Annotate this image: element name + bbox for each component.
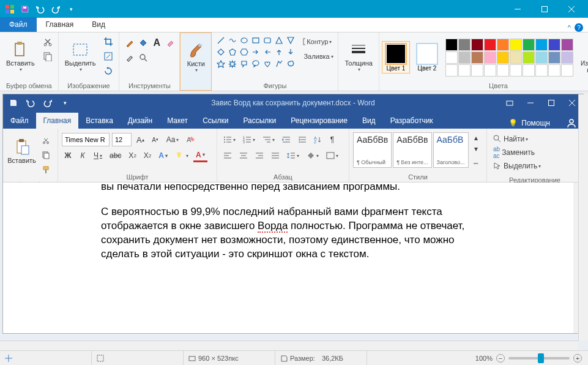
word-tab-refs[interactable]: Ссылки xyxy=(195,113,236,129)
color-swatch[interactable] xyxy=(561,51,573,64)
zoom-thumb[interactable] xyxy=(538,353,544,363)
thickness-button[interactable]: Толщина ▾ xyxy=(341,34,376,79)
rotate-icon[interactable] xyxy=(102,64,115,78)
color-swatch[interactable] xyxy=(497,39,509,51)
word-tab-file[interactable]: Файл xyxy=(3,113,36,129)
shrink-font-icon[interactable]: A▾ xyxy=(149,133,162,146)
subscript-button[interactable]: X2 xyxy=(126,149,138,162)
select-button[interactable]: Выделить ▾ xyxy=(61,34,100,79)
color-swatch[interactable] xyxy=(458,64,471,77)
underline-button[interactable]: Ч▾ xyxy=(91,149,105,162)
align-right-icon[interactable] xyxy=(253,149,266,162)
word-tab-review[interactable]: Рецензирование xyxy=(283,113,355,129)
tab-view[interactable]: Вид xyxy=(83,17,114,32)
line-spacing-icon[interactable]: ▾ xyxy=(285,149,302,162)
color-swatch[interactable] xyxy=(548,39,560,51)
tell-me-icon[interactable]: 💡 xyxy=(508,119,518,127)
word-format-painter-icon[interactable] xyxy=(39,163,53,176)
multilevel-icon[interactable]: ▾ xyxy=(260,133,277,146)
replace-button[interactable]: abacЗаменить xyxy=(491,146,546,159)
shape-fill-button[interactable]: Заливка▾ xyxy=(300,50,334,63)
text-effects-icon[interactable]: A▾ xyxy=(156,149,170,162)
styles-more-icon[interactable]: ⎯ xyxy=(470,154,482,165)
color-swatch[interactable] xyxy=(510,39,522,51)
font-size-select[interactable] xyxy=(112,133,132,146)
grow-font-icon[interactable]: A▴ xyxy=(134,133,147,146)
color-swatch[interactable] xyxy=(561,39,573,51)
color-swatch[interactable] xyxy=(535,64,548,77)
help-icon[interactable]: ? xyxy=(575,23,583,32)
word-minimize-icon[interactable] xyxy=(523,99,538,107)
word-tab-home[interactable]: Главная xyxy=(36,113,79,129)
change-case-icon[interactable]: Aa▾ xyxy=(164,133,182,146)
word-ribbon-options-icon[interactable] xyxy=(502,99,517,107)
close-button[interactable] xyxy=(558,0,585,18)
word-copy-icon[interactable] xyxy=(39,148,53,162)
color-swatch[interactable] xyxy=(445,64,458,77)
font-color-icon[interactable]: A▾ xyxy=(193,149,207,162)
resize-icon[interactable] xyxy=(102,50,115,63)
cut-icon[interactable] xyxy=(41,35,54,48)
tab-home[interactable]: Главная xyxy=(37,17,83,32)
color-swatch[interactable] xyxy=(523,64,535,77)
sort-icon[interactable]: AZ xyxy=(311,133,324,146)
styles-down-icon[interactable]: ▾ xyxy=(470,143,482,154)
account-icon[interactable] xyxy=(566,118,577,129)
color-swatch[interactable] xyxy=(497,64,509,77)
maximize-button[interactable] xyxy=(531,0,558,18)
color-swatch[interactable] xyxy=(471,51,483,64)
shape-outline-button[interactable]: Контур▾ xyxy=(300,35,334,48)
word-maximize-icon[interactable] xyxy=(544,99,559,107)
zoom-out-button[interactable]: − xyxy=(496,354,505,363)
paint-vscrollbar[interactable] xyxy=(578,94,588,341)
color-swatch[interactable] xyxy=(471,64,483,77)
canvas-content[interactable]: ▾ Завис Ворд как сохранить документ.docx… xyxy=(3,94,583,333)
show-marks-icon[interactable]: ¶ xyxy=(326,133,338,146)
clear-format-icon[interactable]: A xyxy=(184,133,198,146)
crop-icon[interactable] xyxy=(102,35,115,48)
word-close-icon[interactable] xyxy=(565,99,579,107)
bullets-icon[interactable]: ▾ xyxy=(221,133,238,146)
word-document-area[interactable]: вы печатали непосредственно перед зависа… xyxy=(3,182,583,333)
paste-button[interactable]: Вставить ▾ xyxy=(2,34,39,79)
color-swatch[interactable] xyxy=(523,39,535,51)
word-tab-insert[interactable]: Вставка xyxy=(78,113,121,129)
zoom-slider[interactable] xyxy=(508,357,570,359)
redo-icon[interactable] xyxy=(49,2,62,16)
zoom-in-button[interactable]: + xyxy=(573,354,582,363)
color-swatch[interactable] xyxy=(523,51,535,64)
save-icon[interactable] xyxy=(18,2,32,16)
style-heading1[interactable]: АаБбВ Заголово... xyxy=(433,132,469,168)
color1-button[interactable]: Цвет 1 xyxy=(382,41,410,73)
strike-button[interactable]: abc xyxy=(107,149,124,162)
edit-colors-button[interactable]: Изменение цветов xyxy=(578,35,588,80)
style-nospacing[interactable]: АаБбВв ¶ Без инте... xyxy=(393,132,431,168)
undo-icon[interactable] xyxy=(34,2,47,16)
qat-dropdown-icon[interactable]: ▾ xyxy=(64,2,78,16)
italic-button[interactable]: К xyxy=(76,149,89,162)
find-button[interactable]: Найти▾ xyxy=(491,132,546,146)
increase-indent-icon[interactable] xyxy=(296,133,309,146)
color2-button[interactable]: Цвет 2 xyxy=(414,42,441,73)
pencil-icon[interactable] xyxy=(123,36,136,50)
word-tab-design[interactable]: Дизайн xyxy=(121,113,160,129)
highlight-icon[interactable]: ▾ xyxy=(173,149,191,162)
color-swatch[interactable] xyxy=(484,51,496,64)
color-swatch[interactable] xyxy=(535,39,548,51)
style-normal[interactable]: АаБбВв ¶ Обычный xyxy=(353,132,392,168)
magnify-icon[interactable] xyxy=(136,51,150,64)
color-swatch[interactable] xyxy=(445,39,458,51)
text-icon[interactable]: A xyxy=(150,36,163,50)
copy-icon[interactable] xyxy=(41,50,54,63)
paint-hscrollbar[interactable] xyxy=(0,341,578,350)
word-qat-dropdown[interactable]: ▾ xyxy=(58,96,72,110)
numbering-icon[interactable]: 123▾ xyxy=(240,133,258,146)
brushes-button[interactable]: Кисти ▾ xyxy=(183,34,209,80)
word-tab-dev[interactable]: Разработчик xyxy=(383,113,441,129)
word-redo-icon[interactable] xyxy=(41,96,54,110)
color-swatch[interactable] xyxy=(548,51,560,64)
minimize-button[interactable] xyxy=(504,0,531,18)
word-tab-layout[interactable]: Макет xyxy=(160,113,195,129)
paint-app-icon[interactable] xyxy=(3,2,17,16)
justify-icon[interactable] xyxy=(269,149,282,162)
